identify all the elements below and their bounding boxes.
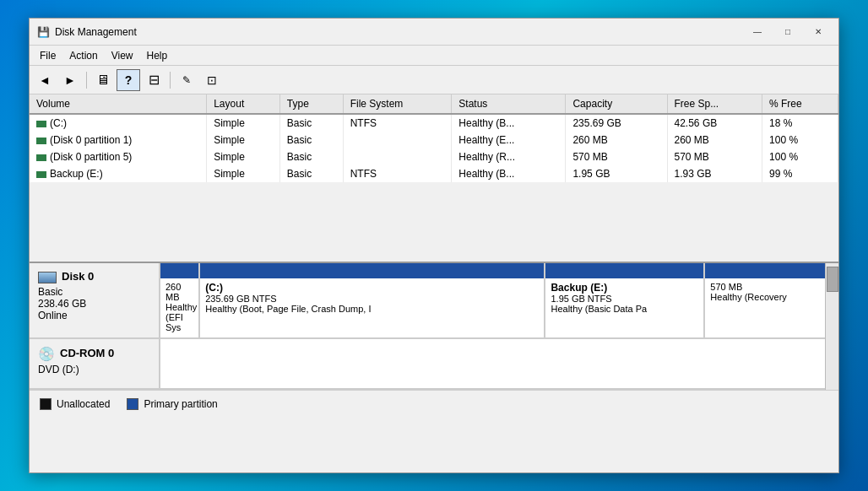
cdrom-info: 💿 CD-ROM 0 DVD (D:) <box>30 339 160 388</box>
cell-status: Healthy (E... <box>452 132 566 148</box>
back-button[interactable]: ◄ <box>33 69 57 91</box>
disk-0-type: Basic <box>38 286 150 298</box>
disk-0-name: Disk 0 <box>62 270 94 283</box>
window-title: Disk Management <box>55 26 744 38</box>
disk-0-size: 238.46 GB <box>38 298 150 310</box>
partition-backup-status: Healthy (Basic Data Pa <box>551 304 698 314</box>
app-icon: 💾 <box>36 25 50 39</box>
cell-capacity: 260 MB <box>566 132 667 148</box>
partition-efi-status: Healthy (EFI Sys <box>165 302 193 332</box>
disk-row-0: Disk 0 Basic 238.46 GB Online 260 M <box>30 263 825 339</box>
help-button[interactable]: ? <box>117 69 140 91</box>
col-free: Free Sp... <box>667 94 762 114</box>
col-capacity: Capacity <box>566 94 667 114</box>
partition-backup-size: 1.95 GB NTFS <box>551 294 698 304</box>
restore-button[interactable]: □ <box>774 24 801 40</box>
window-controls: — □ ✕ <box>744 24 832 40</box>
menu-view[interactable]: View <box>105 48 140 63</box>
legend-primary-label: Primary partition <box>144 398 217 410</box>
disk-icon <box>38 272 57 283</box>
partition-backup-label: Backup (E:) <box>551 282 698 294</box>
cell-type: Basic <box>279 165 343 182</box>
cell-pct: 18 % <box>762 114 838 132</box>
legend-unalloc-box <box>40 398 52 410</box>
col-type: Type <box>279 94 343 114</box>
cell-filesystem: NTFS <box>343 114 452 132</box>
cdrom-row: 💿 CD-ROM 0 DVD (D:) <box>30 339 825 390</box>
partition-c-label: (C:) <box>205 282 539 294</box>
partition-c[interactable]: (C:) 235.69 GB NTFS Healthy (Boot, Page … <box>200 263 545 337</box>
scrollbar-thumb[interactable] <box>827 267 838 292</box>
partition-recovery-status: Healthy (Recovery <box>710 292 820 302</box>
cdrom-type: DVD (D:) <box>38 364 150 375</box>
table-row[interactable]: (C:) Simple Basic NTFS Healthy (B... 235… <box>30 114 838 132</box>
disk-0-info: Disk 0 Basic 238.46 GB Online <box>30 263 160 337</box>
table-row[interactable]: Backup (E:) Simple Basic NTFS Healthy (B… <box>30 165 838 182</box>
cell-layout: Simple <box>207 114 280 132</box>
cell-status: Healthy (B... <box>452 114 566 132</box>
disk-0-partitions: 260 MB Healthy (EFI Sys (C:) 235.69 GB N… <box>160 263 825 337</box>
cdrom-name: CD-ROM 0 <box>60 347 114 359</box>
col-filesystem: File System <box>343 94 452 114</box>
legend-unalloc-label: Unallocated <box>57 398 110 410</box>
cell-filesystem: NTFS <box>343 165 452 182</box>
cell-pct: 100 % <box>762 132 838 148</box>
disk-map-container: Disk 0 Basic 238.46 GB Online 260 M <box>30 263 838 472</box>
disk-management-window: 💾 Disk Management — □ ✕ File Action View… <box>29 18 839 473</box>
cell-layout: Simple <box>207 165 280 182</box>
partition-efi[interactable]: 260 MB Healthy (EFI Sys <box>160 263 200 337</box>
cell-capacity: 570 MB <box>566 148 667 165</box>
col-status: Status <box>452 94 566 114</box>
cell-pct: 99 % <box>762 165 838 182</box>
menu-bar: File Action View Help <box>30 46 838 66</box>
scrollbar[interactable] <box>825 263 838 390</box>
cell-free: 570 MB <box>667 148 762 165</box>
cell-volume: Backup (E:) <box>30 165 207 182</box>
menu-action[interactable]: Action <box>62 48 104 63</box>
col-pct: % Free <box>762 94 838 114</box>
computer-icon-button[interactable]: 🖥 <box>91 69 115 91</box>
menu-file[interactable]: File <box>33 48 62 63</box>
legend-bar: Unallocated Primary partition <box>30 390 838 417</box>
cell-free: 42.56 GB <box>667 114 762 132</box>
disk-rows-area: Disk 0 Basic 238.46 GB Online 260 M <box>30 263 825 390</box>
col-volume: Volume <box>30 94 207 114</box>
partition-c-status: Healthy (Boot, Page File, Crash Dump, I <box>205 304 539 314</box>
cell-pct: 100 % <box>762 148 838 165</box>
cell-capacity: 235.69 GB <box>566 114 667 132</box>
cell-type: Basic <box>279 132 343 148</box>
partition-backup[interactable]: Backup (E:) 1.95 GB NTFS Healthy (Basic … <box>545 263 705 337</box>
cell-status: Healthy (R... <box>452 148 566 165</box>
cell-type: Basic <box>279 148 343 165</box>
disk-button[interactable]: ⊡ <box>200 69 224 91</box>
cell-volume: (Disk 0 partition 1) <box>30 132 207 148</box>
legend-unallocated: Unallocated <box>40 398 110 410</box>
cell-free: 260 MB <box>667 132 762 148</box>
cell-status: Healthy (B... <box>452 165 566 182</box>
cell-free: 1.93 GB <box>667 165 762 182</box>
table-row[interactable]: (Disk 0 partition 1) Simple Basic Health… <box>30 132 838 148</box>
cell-volume: (C:) <box>30 114 207 132</box>
forward-button[interactable]: ► <box>58 69 82 91</box>
properties-button[interactable]: ✎ <box>175 69 198 91</box>
cell-layout: Simple <box>207 132 280 148</box>
cell-capacity: 1.95 GB <box>566 165 667 182</box>
partition-c-size: 235.69 GB NTFS <box>205 294 539 304</box>
legend-primary: Primary partition <box>127 398 217 410</box>
partition-recovery-size: 570 MB <box>710 282 820 292</box>
legend-primary-box <box>127 398 138 410</box>
cdrom-partition-area <box>160 339 825 388</box>
minimize-button[interactable]: — <box>744 24 771 40</box>
content-area: Volume Layout Type File System Status Ca… <box>30 94 838 472</box>
col-layout: Layout <box>207 94 280 114</box>
cell-filesystem <box>343 132 452 148</box>
close-button[interactable]: ✕ <box>805 24 832 40</box>
volume-table: Volume Layout Type File System Status Ca… <box>30 94 838 182</box>
disk-0-status: Online <box>38 310 150 321</box>
cell-volume: (Disk 0 partition 5) <box>30 148 207 165</box>
menu-help[interactable]: Help <box>140 48 175 63</box>
title-bar: 💾 Disk Management — □ ✕ <box>30 19 838 46</box>
partition-recovery[interactable]: 570 MB Healthy (Recovery <box>705 263 825 337</box>
table-row[interactable]: (Disk 0 partition 5) Simple Basic Health… <box>30 148 838 165</box>
view-button[interactable]: ⊟ <box>142 69 165 91</box>
